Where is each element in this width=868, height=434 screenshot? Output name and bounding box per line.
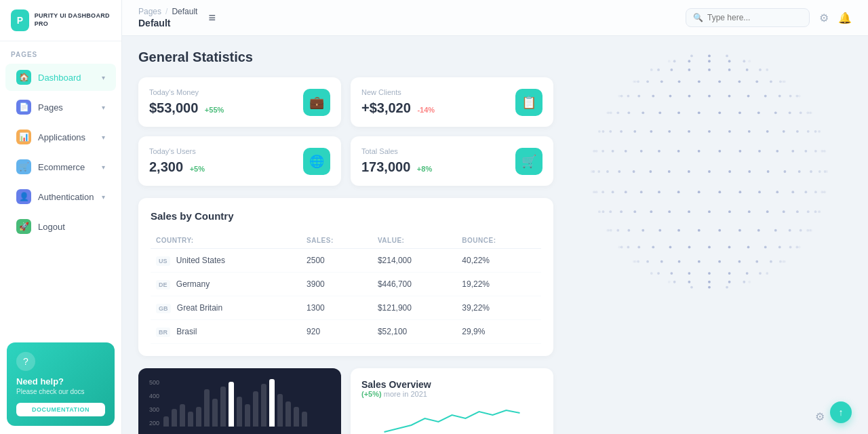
chart-y-labels: 500 400 300 200 bbox=[149, 379, 163, 427]
settings-icon[interactable]: ⚙ bbox=[819, 12, 829, 24]
applications-icon: 📊 bbox=[16, 130, 31, 144]
cell-sales: 2500 bbox=[301, 249, 372, 273]
stat-icon-clients: 📋 bbox=[515, 89, 542, 116]
svg-point-80 bbox=[708, 210, 711, 213]
svg-point-15 bbox=[708, 272, 711, 275]
breadcrumb-current: Default bbox=[172, 7, 197, 16]
search-icon: 🔍 bbox=[693, 13, 703, 22]
cell-bounce: 19,22% bbox=[456, 273, 541, 296]
stat-card-new-clients: New Clients +$3,020 -14% 📋 bbox=[351, 77, 553, 127]
chevron-down-icon: ▾ bbox=[102, 134, 105, 141]
svg-point-81 bbox=[728, 210, 731, 213]
svg-point-146 bbox=[791, 150, 794, 153]
svg-point-199 bbox=[708, 95, 711, 98]
svg-point-50 bbox=[798, 246, 801, 249]
svg-point-0 bbox=[690, 286, 693, 289]
svg-point-114 bbox=[597, 170, 600, 173]
svg-point-47 bbox=[778, 246, 781, 249]
svg-point-86 bbox=[807, 210, 810, 213]
sidebar-item-label: Authentication bbox=[38, 192, 95, 202]
sidebar-item-label: Pages bbox=[38, 102, 95, 113]
svg-point-166 bbox=[783, 130, 785, 133]
main-content: Pages / Default Default ≡ 🔍 ⚙ 🔔 General … bbox=[122, 0, 868, 434]
svg-point-157 bbox=[620, 130, 623, 133]
col-value: VALUE: bbox=[372, 233, 456, 249]
svg-point-78 bbox=[668, 210, 671, 213]
cell-sales: 3900 bbox=[301, 273, 372, 296]
sidebar-item-dashboard[interactable]: 🏠 Dashboard ▾ bbox=[5, 64, 116, 91]
sidebar-item-authentication[interactable]: 👤 Authentication ▾ bbox=[5, 183, 116, 210]
svg-point-94 bbox=[601, 191, 604, 193]
svg-point-128 bbox=[818, 170, 821, 173]
svg-point-34 bbox=[782, 260, 785, 263]
cell-sales: 920 bbox=[301, 320, 372, 344]
svg-point-37 bbox=[620, 246, 623, 249]
stat-change: +8% bbox=[417, 165, 432, 173]
bottom-settings-icon[interactable]: ⚙ bbox=[815, 410, 825, 423]
svg-point-210 bbox=[637, 80, 639, 83]
documentation-button[interactable]: DOCUMENTATION bbox=[16, 403, 105, 416]
svg-point-18 bbox=[759, 272, 762, 275]
cell-bounce: 39,22% bbox=[456, 296, 541, 320]
svg-point-66 bbox=[800, 229, 802, 232]
bar bbox=[220, 387, 226, 427]
sales-overview-card: Sales Overview (+5%) more in 2021 bbox=[351, 368, 553, 434]
svg-point-115 bbox=[606, 170, 609, 173]
bell-icon[interactable]: 🔔 bbox=[838, 12, 852, 24]
svg-point-154 bbox=[598, 130, 601, 133]
svg-point-176 bbox=[616, 111, 619, 114]
svg-point-147 bbox=[804, 150, 807, 153]
svg-point-232 bbox=[766, 68, 768, 71]
hamburger-icon[interactable]: ≡ bbox=[208, 11, 216, 25]
sidebar-item-logout[interactable]: 🚀 Logout bbox=[5, 213, 116, 240]
svg-point-26 bbox=[678, 260, 681, 263]
bar-chart-card: 500 400 300 200 bbox=[138, 368, 341, 434]
bottom-action-button[interactable]: ↑ bbox=[830, 401, 852, 423]
sidebar-logo: P PURITY UI DASHBOARD PRO bbox=[0, 0, 121, 41]
sidebar-item-ecommerce[interactable]: 🛒 Ecommerce ▾ bbox=[5, 153, 116, 180]
cell-sales: 1300 bbox=[301, 296, 372, 320]
chevron-down-icon: ▾ bbox=[102, 104, 105, 111]
sidebar: P PURITY UI DASHBOARD PRO PAGES 🏠 Dashbo… bbox=[0, 0, 122, 434]
svg-point-103 bbox=[758, 191, 761, 193]
cell-value: $52,100 bbox=[372, 320, 456, 344]
svg-point-226 bbox=[688, 68, 691, 71]
svg-point-228 bbox=[728, 68, 731, 71]
stat-label: Total Sales bbox=[361, 147, 432, 155]
breadcrumb-parent[interactable]: Pages bbox=[138, 7, 161, 16]
svg-point-55 bbox=[616, 229, 619, 232]
svg-point-185 bbox=[774, 111, 777, 114]
svg-point-60 bbox=[698, 229, 701, 232]
svg-point-116 bbox=[618, 170, 620, 173]
search-input[interactable] bbox=[707, 13, 802, 22]
svg-point-42 bbox=[688, 246, 691, 249]
overview-year: in 2021 bbox=[403, 390, 427, 398]
svg-point-138 bbox=[640, 150, 643, 153]
svg-point-106 bbox=[804, 191, 807, 193]
sidebar-item-applications[interactable]: 📊 Applications ▾ bbox=[5, 123, 116, 151]
svg-point-240 bbox=[690, 54, 693, 57]
stat-change: +5% bbox=[190, 165, 205, 173]
svg-point-233 bbox=[668, 60, 671, 62]
stat-icon-money: 💼 bbox=[303, 89, 330, 116]
svg-point-101 bbox=[718, 191, 721, 193]
sidebar-item-pages[interactable]: 📄 Pages ▾ bbox=[5, 94, 116, 121]
svg-point-238 bbox=[743, 60, 745, 62]
bar bbox=[261, 384, 267, 427]
svg-point-93 bbox=[595, 191, 598, 193]
svg-point-113 bbox=[592, 170, 595, 173]
header: Pages / Default Default ≡ 🔍 ⚙ 🔔 bbox=[122, 0, 868, 36]
header-right: 🔍 ⚙ 🔔 bbox=[686, 8, 852, 27]
cell-country: BR Brasil bbox=[151, 320, 301, 344]
svg-point-239 bbox=[748, 60, 751, 62]
svg-point-163 bbox=[728, 130, 731, 133]
svg-point-22 bbox=[633, 260, 635, 263]
svg-point-39 bbox=[637, 246, 640, 249]
cell-value: $214,000 bbox=[372, 249, 456, 273]
svg-point-74 bbox=[609, 210, 612, 213]
svg-point-89 bbox=[818, 210, 821, 213]
svg-point-217 bbox=[755, 80, 758, 83]
cell-bounce: 40,22% bbox=[456, 249, 541, 273]
svg-point-38 bbox=[627, 246, 630, 249]
svg-point-219 bbox=[779, 80, 782, 83]
